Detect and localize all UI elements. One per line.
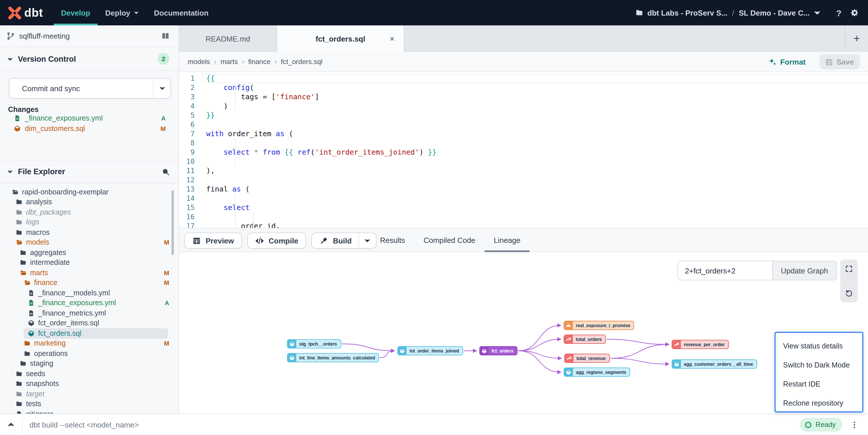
status-badge[interactable]: Ready — [800, 418, 843, 432]
gear-icon[interactable] — [851, 9, 859, 17]
commit-options-chevron-icon[interactable] — [153, 78, 170, 98]
tree-item-fct_orders.sql[interactable]: fct_orders.sql — [0, 328, 179, 338]
nav-develop[interactable]: Develop — [54, 0, 98, 25]
lineage-selector-input[interactable] — [677, 261, 772, 280]
tree-item-intermediate[interactable]: intermediate — [0, 258, 179, 268]
changes-label: Changes — [8, 106, 39, 114]
lineage-node-total_revenue[interactable]: total_revenue — [564, 354, 610, 363]
tree-item-analysis[interactable]: analysis — [0, 197, 179, 207]
tree-item-label: target — [26, 390, 44, 398]
lineage-node-agg_customer_orders__all_time[interactable]: agg_customer_orders__all_time — [672, 360, 757, 369]
lineage-canvas[interactable]: stg_tpch__ordersint_line_items_amounts_c… — [179, 252, 868, 414]
tree-item-marts[interactable]: martsM — [0, 268, 179, 278]
chevron-up-icon[interactable] — [7, 421, 15, 429]
code-line: final as ( — [206, 185, 250, 194]
tab-fct_orders.sql[interactable]: fct_orders.sql× — [277, 25, 404, 52]
breadcrumb-item[interactable]: fct_orders.sql — [281, 58, 322, 66]
build-button[interactable]: Build — [312, 233, 376, 249]
change-status: A — [161, 115, 166, 122]
tree-item-gitignore[interactable]: gitignore — [0, 409, 179, 414]
lineage-node-int_line_items_amounts_calculated[interactable]: int_line_items_amounts_calculated — [287, 353, 379, 362]
lineage-node-int_order_items_joined[interactable]: int_order_items_joined — [397, 346, 463, 356]
tree-item-finance[interactable]: financeM — [0, 278, 179, 288]
tab-results[interactable]: Results — [380, 229, 405, 252]
save-button[interactable]: Save — [819, 54, 860, 69]
code-token: ] — [315, 92, 319, 101]
tree-item-label: aggregates — [30, 249, 66, 257]
tree-item-fct_order_items.sql[interactable]: fct_order_items.sql — [0, 318, 179, 328]
lineage-node-agg_regions_segments[interactable]: agg_regions_segments — [564, 368, 630, 377]
tree-item-tests[interactable]: tests — [0, 399, 179, 409]
version-control-header[interactable]: Version Control 2 — [0, 47, 179, 71]
breadcrumb-item[interactable]: finance — [248, 58, 270, 66]
format-button[interactable]: Format — [768, 57, 806, 66]
code-editor[interactable]: 1234567891011121314151617 {{ config( tag… — [179, 72, 868, 228]
help-icon[interactable]: ? — [836, 8, 841, 18]
update-graph-button[interactable]: Update Graph — [772, 261, 837, 280]
lineage-node-real_exposure_i_promise[interactable]: real_exposure_i_promise — [564, 321, 634, 330]
breadcrumb-item[interactable]: models — [188, 58, 210, 66]
folder-open-icon — [20, 269, 27, 276]
lineage-node-total_orders[interactable]: total_orders — [564, 335, 606, 344]
chevron-down-icon[interactable] — [813, 9, 821, 17]
breadcrumb-item[interactable]: marts — [220, 58, 238, 66]
change-item[interactable]: dim_customers.sqlM — [0, 124, 179, 134]
tab-README.md[interactable]: README.md — [179, 25, 277, 52]
menu-item-switch-to-dark-mode[interactable]: Switch to Dark Mode — [776, 356, 862, 374]
tree-item-target[interactable]: target — [0, 389, 179, 399]
code-token: * — [254, 148, 258, 156]
tree-item-_finance_metrics.yml[interactable]: _finance_metrics.yml — [0, 308, 179, 318]
close-icon[interactable]: × — [390, 34, 395, 43]
code-line: {{ — [206, 74, 215, 83]
tree-item-models[interactable]: modelsM — [0, 237, 179, 247]
file-explorer-header[interactable]: File Explorer — [0, 160, 179, 183]
change-item[interactable]: _finance_exposures.ymlA — [0, 113, 179, 124]
account-name[interactable]: dbt Labs - ProServ S... — [647, 8, 727, 17]
tab-lineage[interactable]: Lineage — [494, 229, 521, 252]
tree-item-logs[interactable]: logs — [0, 217, 179, 227]
dbt-logo[interactable]: dbt — [7, 5, 43, 20]
tree-item-_finance__models.yml[interactable]: _finance__models.yml — [0, 288, 179, 298]
menu-item-view-status-details[interactable]: View status details — [776, 336, 862, 356]
project-name[interactable]: SL Demo - Dave C... — [739, 8, 810, 17]
lineage-node-revenue_per_order[interactable]: revenue_per_order — [672, 340, 729, 349]
tree-item-seeds[interactable]: seeds — [0, 369, 179, 379]
compile-button[interactable]: Compile — [247, 233, 306, 249]
tree-item-rapid-onboarding-exemplar[interactable]: rapid-onboarding-exemplar — [0, 187, 179, 197]
fullscreen-icon[interactable] — [845, 265, 853, 273]
menu-item-reclone-repository[interactable]: Reclone repository — [776, 394, 862, 412]
doc-icon — [16, 411, 23, 414]
tab-compiled-code[interactable]: Compiled Code — [424, 229, 475, 252]
tree-item-aggregates[interactable]: aggregates — [0, 247, 179, 258]
tree-item-operations[interactable]: operations — [0, 348, 179, 359]
tree-item-macros[interactable]: macros — [0, 227, 179, 237]
tree-item-marketing[interactable]: marketingM — [0, 338, 179, 348]
lineage-node-fct_orders[interactable]: fct_orders — [479, 346, 518, 356]
code-token: ) — [419, 148, 424, 156]
preview-button[interactable]: Preview — [184, 233, 242, 249]
tree-item-label: snapshots — [26, 380, 59, 388]
search-icon[interactable] — [162, 168, 170, 176]
line-number: 13 — [179, 185, 195, 194]
code-token: ( — [310, 148, 315, 156]
new-tab-button[interactable]: + — [845, 25, 863, 52]
kebab-menu-icon[interactable] — [850, 420, 859, 429]
docs-book-icon[interactable] — [161, 32, 170, 40]
sidebar-scrollbar[interactable] — [172, 190, 174, 255]
tree-item-snapshots[interactable]: snapshots — [0, 379, 179, 389]
reset-view-icon[interactable] — [845, 289, 853, 297]
nav-documentation[interactable]: Documentation — [146, 0, 216, 25]
nav-deploy[interactable]: Deploy — [98, 0, 146, 25]
code-token: }} — [424, 148, 437, 156]
command-input[interactable]: dbt build --select <model_name> — [29, 420, 139, 429]
cube-icon — [28, 320, 35, 327]
lineage-node-label: real_exposure_i_promise — [573, 323, 633, 328]
commit-and-sync-button[interactable]: Commit and sync — [9, 78, 171, 99]
menu-item-restart-ide[interactable]: Restart IDE — [776, 374, 862, 394]
tree-item-staging[interactable]: staging — [0, 359, 179, 369]
lineage-node-stg_tpch__orders[interactable]: stg_tpch__orders — [287, 339, 341, 348]
branch-row[interactable]: sqlfluff-meeting — [0, 25, 179, 47]
tree-item-dbt_packages[interactable]: dbt_packages — [0, 207, 179, 217]
tree-item-_finance_exposures.yml[interactable]: _finance_exposures.ymlA — [0, 298, 179, 308]
build-options-chevron-icon[interactable] — [359, 233, 376, 249]
